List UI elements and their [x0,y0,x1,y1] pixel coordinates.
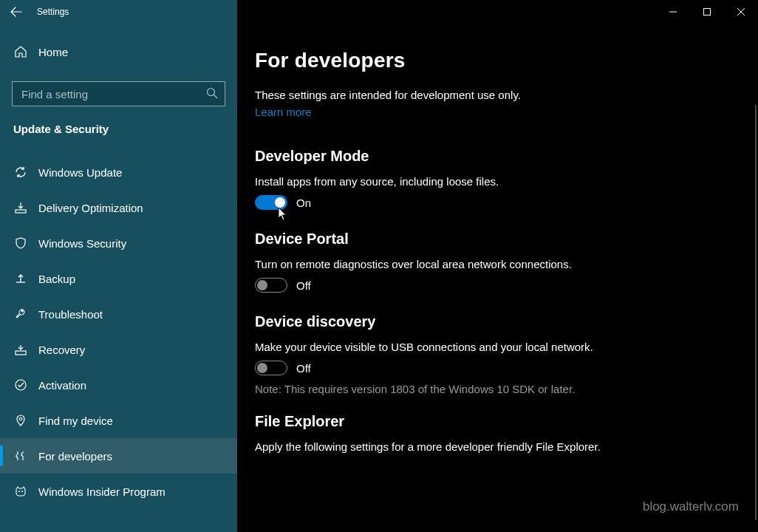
sidebar-item-label: Troubleshoot [38,308,103,321]
sidebar-item-label: Delivery Optimization [38,202,143,214]
developer-icon [13,449,28,463]
svg-point-4 [16,380,26,390]
sidebar-item-backup[interactable]: Backup [0,261,237,296]
developer-mode-heading: Developer Mode [255,148,710,165]
maximize-icon [703,8,711,16]
device-discovery-state: Off [296,362,311,375]
device-discovery-toggle[interactable] [255,361,287,375]
sidebar-item-label: Backup [38,273,75,285]
page-title: For developers [255,49,710,72]
sidebar-item-windows-insider[interactable]: Windows Insider Program [0,474,237,509]
sync-icon [13,165,28,180]
file-explorer-desc: Apply the following settings for a more … [255,440,710,453]
sidebar-item-label: Windows Insider Program [38,485,165,498]
backup-icon [13,271,28,286]
back-button[interactable] [0,0,33,24]
location-icon [13,413,28,428]
ninja-cat-icon [13,484,28,499]
sidebar-item-label: Recovery [38,344,85,356]
title-bar: Settings [0,0,758,24]
sidebar-item-windows-security[interactable]: Windows Security [0,225,237,261]
maximize-button[interactable] [690,0,724,24]
wrench-icon [13,307,28,321]
developer-mode-state: On [296,197,311,209]
svg-rect-3 [16,351,26,355]
window-title: Settings [37,7,69,17]
shield-icon [13,236,28,250]
sidebar-item-troubleshoot[interactable]: Troubleshoot [0,296,237,332]
scrollbar[interactable] [755,105,757,520]
svg-rect-0 [704,9,711,16]
svg-point-7 [21,491,23,492]
intro-text: These settings are intended for developm… [255,89,710,101]
device-discovery-desc: Make your device visible to USB connecti… [255,341,710,353]
recovery-icon [13,342,28,357]
sidebar-item-for-developers[interactable]: For developers [0,438,237,474]
svg-point-5 [19,417,22,420]
close-icon [737,8,745,16]
device-portal-heading: Device Portal [255,231,710,248]
category-heading: Update & Security [0,123,237,135]
nav-list: Windows Update Delivery Optimization Win… [0,154,237,509]
learn-more-link[interactable]: Learn more [255,106,312,118]
sidebar-item-label: Activation [38,379,86,392]
sidebar-item-label: Windows Update [38,166,122,179]
minimize-button[interactable] [656,0,690,24]
sidebar-item-find-my-device[interactable]: Find my device [0,403,237,438]
sidebar-item-label: For developers [38,450,112,463]
device-discovery-note: Note: This requires version 1803 of the … [255,383,710,395]
minimize-icon [669,8,677,16]
check-circle-icon [13,378,28,392]
sidebar-item-recovery[interactable]: Recovery [0,332,237,367]
device-portal-desc: Turn on remote diagnostics over local ar… [255,258,710,270]
svg-point-6 [18,491,20,492]
svg-rect-2 [16,210,26,213]
device-discovery-heading: Device discovery [255,313,710,330]
sidebar-item-label: Find my device [38,415,113,427]
developer-mode-desc: Install apps from any source, including … [255,175,710,188]
sidebar-item-label: Windows Security [38,237,126,250]
developer-mode-toggle[interactable] [255,195,287,210]
back-arrow-icon [10,6,22,18]
file-explorer-heading: File Explorer [255,413,710,430]
home-label: Home [38,46,68,58]
sidebar-item-activation[interactable]: Activation [0,367,237,403]
sidebar-item-windows-update[interactable]: Windows Update [0,154,237,190]
home-button[interactable]: Home [0,37,237,66]
content-pane[interactable]: For developers These settings are intend… [237,24,758,532]
device-portal-state: Off [296,279,311,292]
device-portal-toggle[interactable] [255,278,287,293]
download-cloud-icon [13,200,28,215]
close-button[interactable] [724,0,758,24]
search-input[interactable] [12,81,225,106]
home-icon [13,44,28,59]
sidebar-item-delivery-optimization[interactable]: Delivery Optimization [0,190,237,225]
sidebar: Home Update & Security Windows Update [0,24,237,532]
